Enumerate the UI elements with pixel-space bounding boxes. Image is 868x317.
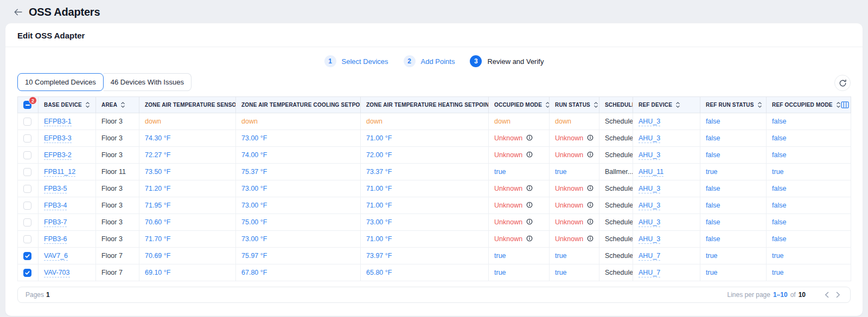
column-header-zone-air-temperature-cooling-setpoint[interactable]: ZONE AIR TEMPERATURE COOLING SETPOINT (236, 97, 361, 113)
area-value: Floor 3 (101, 185, 123, 192)
step-1[interactable]: 1Select Devices (324, 55, 388, 67)
info-icon[interactable] (526, 218, 533, 225)
schedule-value: Schedule (605, 134, 633, 142)
column-header-base-device[interactable]: BASE DEVICE (39, 97, 96, 113)
pages-label: Pages (25, 291, 44, 299)
ref_occupied-value: false (772, 218, 786, 226)
device-link[interactable]: EFPB3-1 (44, 118, 72, 126)
occupied-value: Unknown (494, 151, 522, 159)
ref-device-link[interactable]: AHU_11 (639, 168, 663, 177)
device-link[interactable]: FPB3-6 (44, 235, 67, 244)
cell-device: FPB3-7 (39, 214, 96, 231)
device-link[interactable]: VAV-703 (44, 269, 70, 277)
cell-device: VAV-703 (39, 264, 96, 281)
tab-devices-with-issues[interactable]: 46 Devices With Issues (104, 73, 192, 91)
ref-device-link[interactable]: AHU_3 (639, 202, 660, 210)
ref_run-value: true (706, 168, 718, 176)
sensor-value: 69.10 °F (145, 269, 170, 276)
step-3[interactable]: 3Review and Verify (470, 55, 544, 67)
row-checkbox[interactable] (23, 168, 31, 176)
device-link[interactable]: EFPB3-2 (44, 151, 72, 160)
info-icon[interactable] (526, 134, 533, 141)
row-checkbox[interactable] (23, 252, 31, 260)
ref-device-link[interactable]: AHU_7 (639, 269, 660, 277)
run-value: Unknown (555, 202, 583, 209)
sort-icon[interactable] (675, 101, 680, 108)
sort-icon[interactable] (836, 101, 841, 108)
info-icon[interactable] (587, 134, 593, 141)
column-settings-button[interactable] (841, 101, 849, 108)
info-icon[interactable] (526, 202, 533, 208)
sort-icon[interactable] (757, 101, 762, 108)
ref-device-link[interactable]: AHU_3 (639, 218, 660, 227)
device-link[interactable]: FPB3-5 (44, 185, 67, 193)
info-icon[interactable] (587, 185, 593, 191)
column-header-run-status[interactable]: RUN STATUS (550, 97, 599, 113)
table-row: FPB3-7Floor 370.60 °F75.00 °F73.00 °FUnk… (18, 214, 851, 231)
ref-device-link[interactable]: AHU_3 (639, 151, 660, 160)
device-link[interactable]: VAV7_6 (44, 252, 68, 261)
row-checkbox[interactable] (23, 134, 31, 143)
row-checkbox[interactable] (23, 185, 31, 193)
info-icon[interactable] (587, 151, 593, 158)
row-checkbox[interactable] (23, 235, 31, 243)
refresh-button[interactable] (834, 75, 851, 91)
info-icon[interactable] (587, 235, 593, 242)
column-header-area[interactable]: AREA (96, 97, 139, 113)
ref-device-link[interactable]: AHU_3 (639, 235, 660, 244)
row-select-cell (18, 164, 39, 180)
device-link[interactable]: FPB3-4 (44, 202, 67, 210)
area-value: Floor 3 (101, 235, 123, 243)
sort-icon[interactable] (120, 101, 125, 108)
column-header-occupied-mode[interactable]: OCCUPIED MODE (489, 97, 550, 113)
schedule-value: Schedule (605, 118, 633, 125)
ref-device-link[interactable]: AHU_7 (639, 252, 660, 261)
column-header-ref-run-status[interactable]: REF RUN STATUS (700, 97, 767, 113)
row-checkbox[interactable] (23, 269, 31, 277)
cell-schedule: Schedule (599, 248, 633, 264)
sort-icon[interactable] (545, 101, 549, 108)
tab-completed-devices[interactable]: 10 Completed Devices (17, 73, 104, 91)
info-icon[interactable] (526, 151, 533, 158)
sensor-value: down (145, 118, 161, 125)
ref_occupied-value: true (772, 168, 784, 176)
occupied-value: Unknown (494, 218, 522, 226)
row-checkbox[interactable] (23, 118, 31, 126)
column-header-ref-occupied-mode[interactable]: REF OCCUPIED MODE (767, 97, 851, 113)
column-header-zone-air-temperature-sensor[interactable]: ZONE AIR TEMPERATURE SENSOR (139, 97, 236, 113)
cell-device: EFPB3-3 (39, 130, 96, 147)
page-number: 1 (46, 291, 50, 299)
cell-ref_device: AHU_3 (633, 214, 700, 231)
column-header-schedule[interactable]: SCHEDULE (599, 97, 633, 113)
info-icon[interactable] (526, 185, 533, 191)
cell-schedule: Schedule (599, 113, 633, 130)
ref-device-link[interactable]: AHU_3 (639, 185, 660, 193)
info-icon[interactable] (587, 202, 593, 208)
device-link[interactable]: FPB11_12 (44, 168, 75, 177)
card-title: Edit OSS Adapter (17, 31, 851, 40)
column-header-zone-air-temperature-heating-setpoint[interactable]: ZONE AIR TEMPERATURE HEATING SETPOINT (361, 97, 489, 113)
step-2[interactable]: 2Add Points (404, 55, 455, 67)
prev-page-button[interactable] (822, 292, 831, 298)
row-checkbox[interactable] (23, 151, 31, 159)
cell-heating: 71.00 °F (361, 180, 489, 197)
lines-per-page-label: Lines per page (727, 291, 770, 299)
info-icon[interactable] (526, 235, 533, 242)
next-page-button[interactable] (834, 292, 843, 298)
cooling-value: 75.37 °F (241, 168, 267, 176)
info-icon[interactable] (587, 218, 593, 225)
cell-ref_occupied: false (767, 147, 851, 164)
row-checkbox[interactable] (23, 202, 31, 210)
device-link[interactable]: EFPB3-3 (44, 134, 72, 143)
sort-icon[interactable] (593, 101, 598, 108)
ref-device-link[interactable]: AHU_3 (639, 134, 660, 143)
back-button[interactable] (14, 9, 22, 16)
cell-sensor: 69.10 °F (139, 264, 236, 281)
column-header-ref-device[interactable]: REF DEVICE (633, 97, 700, 113)
ref-device-link[interactable]: AHU_3 (639, 118, 660, 126)
area-value: Floor 7 (101, 269, 123, 276)
sort-icon[interactable] (85, 101, 90, 108)
cooling-value: 67.80 °F (241, 269, 267, 276)
device-link[interactable]: FPB3-7 (44, 218, 67, 227)
row-checkbox[interactable] (23, 218, 31, 227)
